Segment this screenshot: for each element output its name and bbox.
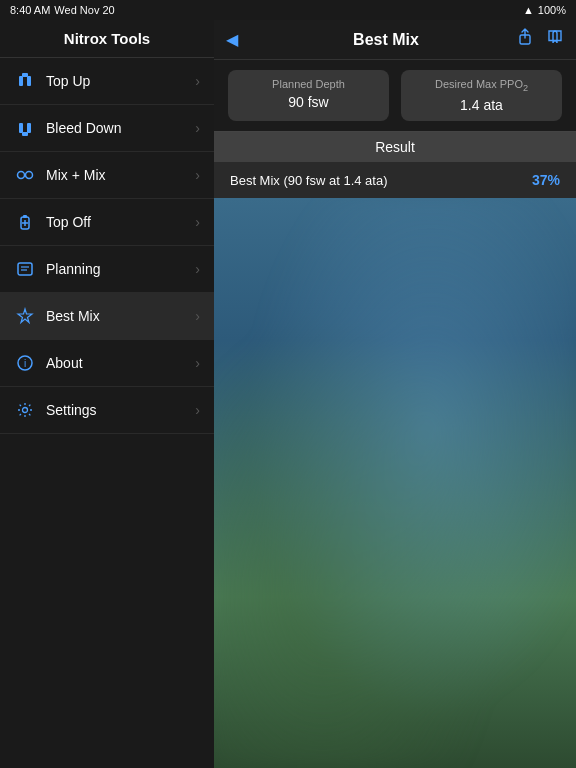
best-mix-icon [14, 305, 36, 327]
chevron-settings: › [195, 402, 200, 418]
sidebar-item-planning[interactable]: Planning › [0, 246, 214, 293]
sidebar-label-settings: Settings [46, 402, 97, 418]
status-date: Wed Nov 20 [54, 4, 114, 16]
result-header: Result [214, 132, 576, 162]
settings-icon [14, 399, 36, 421]
background-image [214, 198, 576, 768]
desired-ppo2-value: 1.4 ata [413, 97, 550, 113]
planned-depth-label: Planned Depth [240, 78, 377, 90]
svg-point-6 [18, 172, 25, 179]
chevron-bleed-down: › [195, 120, 200, 136]
wifi-icon: ▲ [523, 4, 534, 16]
battery-status: 100% [538, 4, 566, 16]
sidebar-item-settings[interactable]: Settings › [0, 387, 214, 434]
result-section: Result Best Mix (90 fsw at 1.4 ata) 37% [214, 132, 576, 198]
chevron-planning: › [195, 261, 200, 277]
sidebar-item-best-mix[interactable]: Best Mix › [0, 293, 214, 340]
input-cards: Planned Depth 90 fsw Desired Max PPO2 1.… [214, 60, 576, 132]
result-row-label: Best Mix (90 fsw at 1.4 ata) [230, 173, 388, 188]
svg-rect-3 [19, 123, 23, 133]
status-time: 8:40 AM [10, 4, 50, 16]
sidebar-label-top-off: Top Off [46, 214, 91, 230]
sidebar-item-top-off[interactable]: Top Off › [0, 199, 214, 246]
bleed-down-icon [14, 117, 36, 139]
status-bar: 8:40 AM Wed Nov 20 ▲ 100% [0, 0, 576, 20]
sidebar-item-bleed-down[interactable]: Bleed Down › [0, 105, 214, 152]
sidebar-item-mix-mix[interactable]: Mix + Mix › [0, 152, 214, 199]
chevron-mix-mix: › [195, 167, 200, 183]
planned-depth-card[interactable]: Planned Depth 90 fsw [228, 70, 389, 121]
back-icon[interactable]: ◀ [226, 31, 238, 48]
svg-rect-12 [18, 263, 32, 275]
svg-rect-5 [22, 132, 28, 136]
result-row: Best Mix (90 fsw at 1.4 ata) 37% [214, 162, 576, 198]
sidebar-label-top-up: Top Up [46, 73, 90, 89]
svg-rect-1 [27, 76, 31, 86]
planned-depth-value: 90 fsw [240, 94, 377, 110]
sidebar-label-best-mix: Best Mix [46, 308, 100, 324]
svg-point-7 [26, 172, 33, 179]
svg-rect-4 [27, 123, 31, 133]
mix-mix-icon [14, 164, 36, 186]
share-icon[interactable] [516, 28, 534, 51]
main-layout: Nitrox Tools Top Up › [0, 20, 576, 768]
sidebar-label-mix-mix: Mix + Mix [46, 167, 106, 183]
planning-icon [14, 258, 36, 280]
chevron-best-mix: › [195, 308, 200, 324]
chevron-top-up: › [195, 73, 200, 89]
svg-rect-9 [23, 215, 27, 218]
svg-rect-0 [19, 76, 23, 86]
sidebar: Nitrox Tools Top Up › [0, 20, 214, 768]
sidebar-label-planning: Planning [46, 261, 101, 277]
desired-ppo2-card[interactable]: Desired Max PPO2 1.4 ata [401, 70, 562, 121]
top-off-icon [14, 211, 36, 233]
sidebar-item-top-up[interactable]: Top Up › [0, 58, 214, 105]
sidebar-label-bleed-down: Bleed Down [46, 120, 122, 136]
desired-ppo2-label: Desired Max PPO2 [413, 78, 550, 93]
header-actions [516, 28, 564, 51]
content-header: ◀ Best Mix [214, 20, 576, 60]
sidebar-label-about: About [46, 355, 83, 371]
chevron-top-off: › [195, 214, 200, 230]
result-row-value: 37% [532, 172, 560, 188]
page-title: Best Mix [353, 31, 419, 49]
header-left: ◀ [226, 30, 256, 49]
sidebar-item-about[interactable]: i About › [0, 340, 214, 387]
chevron-about: › [195, 355, 200, 371]
svg-rect-2 [22, 73, 28, 77]
about-icon: i [14, 352, 36, 374]
content-area: ◀ Best Mix [214, 20, 576, 768]
top-up-icon [14, 70, 36, 92]
sidebar-title: Nitrox Tools [0, 20, 214, 58]
svg-text:i: i [24, 358, 26, 369]
svg-point-17 [23, 408, 28, 413]
book-icon[interactable] [546, 28, 564, 51]
